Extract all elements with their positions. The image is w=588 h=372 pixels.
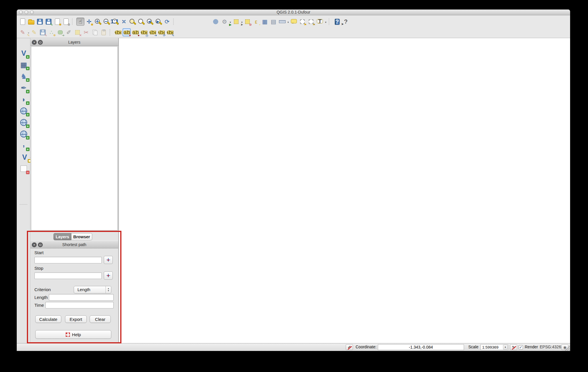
map-canvas[interactable] xyxy=(119,38,570,343)
add-feature-icon: ∴ xyxy=(50,29,53,35)
zoom-last-button[interactable]: ◂ xyxy=(146,18,154,26)
layer-labeling-options-button[interactable]: abc xyxy=(114,28,122,36)
add-delimited-text-layer-button[interactable]: ,+ xyxy=(19,140,29,151)
coordinate-input[interactable] xyxy=(378,344,464,350)
whats-this-badge: ➤ xyxy=(341,23,344,26)
whats-this-button[interactable]: ?➤ xyxy=(342,18,350,26)
current-edits-button[interactable]: ✎✎ xyxy=(19,28,29,36)
zoom-to-selection-button[interactable] xyxy=(128,18,136,26)
start-input[interactable] xyxy=(34,257,102,263)
move-label-badge: ➜ xyxy=(154,34,157,37)
start-label: Start xyxy=(34,250,44,255)
save-project-as-badge: ✎ xyxy=(50,23,53,26)
zoom-to-selection-icon xyxy=(130,19,134,24)
node-tool-button[interactable]: ✐ xyxy=(65,28,73,36)
show-hide-labels-button[interactable]: abc◎ xyxy=(140,28,148,36)
toggle-editing-button[interactable]: ✎ xyxy=(30,28,38,36)
add-postgis-layer-button[interactable]: ♞+ xyxy=(19,71,29,81)
render-checkbox[interactable]: ✓ xyxy=(519,345,523,349)
manage-layers-toolbar: V+▦+♞+✒+◗++++,+V✱− xyxy=(17,38,30,343)
add-mssql-layer-badge: + xyxy=(26,101,29,105)
crs-status-label: EPSG:4326 xyxy=(540,345,561,349)
toggle-extents-display-button[interactable]: ✐ xyxy=(346,344,353,350)
deselect-features-button[interactable]: ⊘ xyxy=(243,18,252,26)
add-raster-layer-button[interactable]: ▦+ xyxy=(19,59,29,70)
help-contents-button[interactable]: ? xyxy=(333,18,341,26)
time-input[interactable] xyxy=(45,302,114,308)
show-bookmarks-button[interactable]: ⚑ xyxy=(307,18,315,26)
save-project-as-button[interactable]: ✎ xyxy=(45,18,53,26)
zoom-in-button[interactable]: + xyxy=(94,18,102,26)
move-label-button[interactable]: abc➜ xyxy=(149,28,157,36)
paste-features-button[interactable] xyxy=(99,28,108,36)
change-label-button[interactable]: abc✎ xyxy=(166,28,174,36)
refresh-map-button[interactable]: ⟳ xyxy=(163,18,171,26)
whats-this-icon: ? xyxy=(344,19,347,25)
move-feature-button[interactable]: ➜ xyxy=(56,28,64,36)
composer-manager-badge: ⚙ xyxy=(67,23,70,26)
layers-list[interactable] xyxy=(31,46,118,230)
criterion-select[interactable]: Length ▲▼ xyxy=(74,286,111,293)
new-print-composer-button[interactable]: ✱ xyxy=(53,18,61,26)
add-vector-layer-badge: + xyxy=(26,55,29,59)
text-annotation-icon: T xyxy=(317,19,323,23)
add-wcs-layer-button[interactable]: + xyxy=(19,117,29,128)
new-print-composer-badge: ✱ xyxy=(59,23,62,26)
new-shapefile-layer-button[interactable]: V✱ xyxy=(19,152,31,162)
unpin-labels-button[interactable]: ab● xyxy=(131,28,139,36)
add-spatialite-layer-button[interactable]: ✒+ xyxy=(19,83,29,93)
add-mssql-layer-button[interactable]: ◗+ xyxy=(19,94,29,105)
pan-map-button[interactable]: ☝ xyxy=(76,18,84,26)
select-features-button[interactable]: ➤ xyxy=(232,18,243,26)
rotate-label-button[interactable]: abc⟳ xyxy=(157,28,165,36)
new-project-button[interactable] xyxy=(19,18,27,26)
add-vector-layer-button[interactable]: V+ xyxy=(19,48,29,58)
help-button[interactable]: Help xyxy=(35,330,111,339)
stop-capture-button[interactable]: ✛ xyxy=(104,271,113,280)
save-layer-edits-button[interactable]: ✎ xyxy=(39,28,47,36)
new-bookmark-button[interactable]: ⚑ xyxy=(298,18,306,26)
zoom-actual-size-button[interactable]: 1:1 xyxy=(111,18,119,26)
field-calculator-button[interactable]: ▤ xyxy=(269,18,278,26)
start-capture-button[interactable]: ✛ xyxy=(104,256,113,264)
zoom-full-extent-button[interactable]: ✛ xyxy=(120,18,128,26)
add-wfs-layer-button[interactable]: + xyxy=(19,129,29,139)
run-feature-action-button[interactable]: ⚙▶ xyxy=(220,18,231,26)
select-features-icon xyxy=(234,19,238,24)
open-attribute-table-button[interactable]: ▦ xyxy=(261,18,269,26)
zoom-to-layer-button[interactable] xyxy=(137,18,145,26)
run-feature-action-badge: ▶ xyxy=(229,23,232,26)
select-by-expression-button[interactable]: ε▪ xyxy=(252,18,260,26)
map-tips-button[interactable] xyxy=(290,18,298,26)
zoom-next-button[interactable]: ▸ xyxy=(154,18,162,26)
text-annotation-button[interactable]: T xyxy=(316,18,327,26)
tab-layers[interactable]: Layers xyxy=(53,233,71,240)
clear-button[interactable]: Clear xyxy=(90,315,111,323)
export-button[interactable]: Export xyxy=(65,315,87,323)
add-feature-button[interactable]: ∴✱ xyxy=(47,28,56,36)
identify-features-button[interactable] xyxy=(212,18,220,26)
composer-manager-button[interactable]: ⚙ xyxy=(62,18,70,26)
save-project-button[interactable] xyxy=(36,18,44,26)
add-wms-layer-button[interactable]: + xyxy=(19,106,29,116)
open-project-button[interactable] xyxy=(27,18,35,26)
stop-input[interactable] xyxy=(34,272,102,279)
length-input[interactable] xyxy=(49,294,114,301)
zoom-last-icon: ◂ xyxy=(147,19,152,24)
pin-labels-button[interactable]: ab● xyxy=(123,28,131,36)
zoom-out-button[interactable]: − xyxy=(102,18,110,26)
stop-rendering-button[interactable]: ✎ xyxy=(510,344,517,350)
add-spatialite-layer-badge: + xyxy=(26,90,29,93)
cut-features-button[interactable]: ✂ xyxy=(82,28,90,36)
pan-to-selection-button[interactable]: ✛✱ xyxy=(85,18,93,26)
new-shapefile-layer-icon: V xyxy=(22,154,27,161)
title-bar[interactable]: QGIS 2.0.1-Dufour xyxy=(17,10,570,15)
copy-features-button[interactable] xyxy=(91,28,99,36)
remove-layer-button[interactable]: − xyxy=(19,163,29,174)
scale-combo[interactable]: 1:599369 ▼ xyxy=(480,344,508,350)
layers-panel-title: Layers xyxy=(30,40,118,44)
measure-line-button[interactable] xyxy=(278,18,289,26)
tab-browser[interactable]: Browser xyxy=(71,233,92,240)
calculate-button[interactable]: Calculate xyxy=(35,315,61,323)
delete-selected-button[interactable]: ✕ xyxy=(73,28,82,36)
